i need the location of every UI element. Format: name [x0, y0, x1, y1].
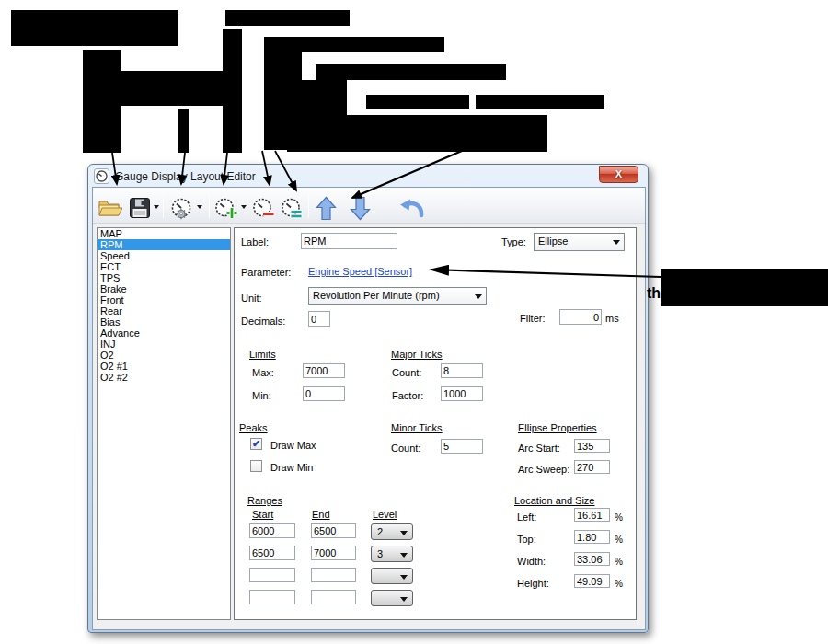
- range-level-dropdown[interactable]: 3: [371, 546, 413, 562]
- draw-max-checkbox[interactable]: ✔: [250, 438, 262, 450]
- location-size-header: Location and Size: [514, 495, 594, 506]
- arc-start-input[interactable]: [574, 439, 610, 453]
- close-button[interactable]: X: [599, 166, 638, 183]
- move-down-icon: [350, 196, 371, 221]
- left-unit: %: [615, 512, 623, 523]
- range-start-input[interactable]: [249, 590, 295, 604]
- draw-max-label: Draw Max: [270, 440, 316, 451]
- left-input[interactable]: [574, 508, 610, 522]
- ranges-col-end: End: [312, 509, 330, 520]
- duplicate-gauge-button[interactable]: [280, 198, 304, 224]
- chevron-down-icon: [400, 575, 408, 580]
- redacted-label: [287, 115, 547, 152]
- ranges-col-start: Start: [252, 509, 273, 520]
- move-down-button[interactable]: [350, 196, 371, 224]
- range-level-value: 3: [377, 548, 383, 559]
- gauge-list-item-bias[interactable]: Bias: [98, 316, 230, 328]
- gauge-list-item-advance[interactable]: Advance: [98, 328, 230, 339]
- gauge-settings-button[interactable]: [169, 198, 195, 224]
- height-caption: Height:: [517, 578, 549, 589]
- gauge-list-item-inj[interactable]: INJ: [98, 339, 230, 350]
- range-end-input[interactable]: [311, 590, 356, 604]
- gauge-list-item-rear[interactable]: Rear: [98, 305, 230, 316]
- parameter-caption: Parameter:: [241, 267, 291, 278]
- factor-input[interactable]: [441, 386, 483, 401]
- save-button[interactable]: [129, 197, 151, 223]
- ellipse-properties-header: Ellipse Properties: [518, 422, 597, 433]
- save-dropdown-caret[interactable]: [154, 205, 159, 209]
- partial-annotation-text: th: [647, 285, 661, 302]
- range-start-input[interactable]: [249, 568, 295, 582]
- range-level-dropdown[interactable]: 2: [371, 523, 413, 540]
- minor-count-input[interactable]: [441, 439, 483, 454]
- filter-unit: ms: [605, 313, 619, 324]
- major-count-caption: Count:: [392, 367, 421, 378]
- range-start-input[interactable]: [249, 523, 295, 538]
- ranges-col-level: Level: [373, 509, 397, 520]
- draw-min-checkbox[interactable]: [250, 460, 262, 472]
- range-level-dropdown[interactable]: [371, 590, 413, 606]
- filter-input[interactable]: [559, 309, 602, 325]
- height-input[interactable]: [574, 574, 610, 588]
- arc-sweep-caption: Arc Sweep:: [518, 464, 569, 475]
- gauge-list-item-rpm-selected[interactable]: RPM: [98, 239, 230, 250]
- parameter-link[interactable]: Engine Speed [Sensor]: [308, 266, 412, 277]
- top-input[interactable]: [574, 530, 610, 544]
- gauge-list-item-speed[interactable]: Speed: [98, 250, 230, 261]
- window-content: MAP RPM Speed ECT TPS Brake Front Rear B…: [92, 187, 646, 630]
- label-input[interactable]: [301, 233, 397, 249]
- gauge-list-item-tps[interactable]: TPS: [98, 272, 230, 283]
- gauge-list-item-o2-2[interactable]: O2 #2: [98, 372, 230, 383]
- gauge-list-item-o2[interactable]: O2: [98, 350, 230, 361]
- decimals-caption: Decimals:: [241, 316, 285, 327]
- redacted-label: [264, 37, 302, 150]
- range-level-value: 2: [377, 526, 383, 537]
- move-up-button[interactable]: [316, 196, 337, 224]
- min-input[interactable]: [303, 386, 345, 401]
- undo-icon: [398, 196, 426, 219]
- range-end-input[interactable]: [311, 568, 356, 582]
- range-end-input[interactable]: [311, 546, 356, 560]
- gauge-list-item-front[interactable]: Front: [98, 294, 230, 305]
- chevron-down-icon: [475, 294, 482, 299]
- add-gauge-dropdown-caret[interactable]: [241, 205, 247, 209]
- add-gauge-button[interactable]: [213, 198, 239, 224]
- top-caption: Top:: [517, 534, 536, 545]
- max-input[interactable]: [303, 363, 345, 378]
- decimals-input[interactable]: [308, 311, 330, 327]
- range-end-input[interactable]: [311, 523, 356, 538]
- duplicate-gauge-icon: [280, 198, 304, 220]
- gauge-properties-panel: Label: Type: Ellipse Parameter: Engine S…: [234, 227, 637, 620]
- ranges-header: Ranges: [247, 495, 282, 506]
- gauge-list-item-brake[interactable]: Brake: [98, 283, 230, 294]
- add-gauge-icon: [213, 198, 239, 220]
- remove-gauge-button[interactable]: [251, 198, 276, 224]
- minor-ticks-header: Minor Ticks: [391, 422, 443, 433]
- unit-dropdown[interactable]: Revolution Per Minute (rpm): [308, 287, 487, 305]
- toolbar-separator: [209, 194, 210, 218]
- gauge-list-item-map[interactable]: MAP: [98, 228, 230, 239]
- gauge-list-item-o2-1[interactable]: O2 #1: [98, 361, 230, 372]
- type-dropdown[interactable]: Ellipse: [534, 233, 625, 251]
- redacted-label: [120, 71, 224, 106]
- gauge-settings-dropdown-caret[interactable]: [197, 205, 202, 209]
- draw-min-label: Draw Min: [270, 462, 313, 473]
- max-caption: Max:: [252, 367, 274, 378]
- major-count-input[interactable]: [441, 363, 483, 378]
- open-button[interactable]: [98, 198, 122, 223]
- redacted-label: [225, 10, 350, 26]
- peaks-header: Peaks: [239, 422, 268, 433]
- redacted-label: [178, 109, 189, 153]
- factor-caption: Factor:: [392, 390, 423, 401]
- gauge-list-item-ect[interactable]: ECT: [98, 261, 230, 272]
- range-level-dropdown[interactable]: [371, 568, 413, 584]
- left-caption: Left:: [517, 512, 536, 523]
- major-ticks-header: Major Ticks: [391, 349, 443, 360]
- range-start-input[interactable]: [249, 546, 295, 560]
- remove-gauge-icon: [251, 198, 276, 220]
- width-input[interactable]: [574, 552, 610, 566]
- redacted-label: [316, 64, 506, 80]
- unit-value: Revolution Per Minute (rpm): [313, 290, 440, 301]
- arc-sweep-input[interactable]: [574, 460, 610, 474]
- undo-button[interactable]: [398, 196, 426, 223]
